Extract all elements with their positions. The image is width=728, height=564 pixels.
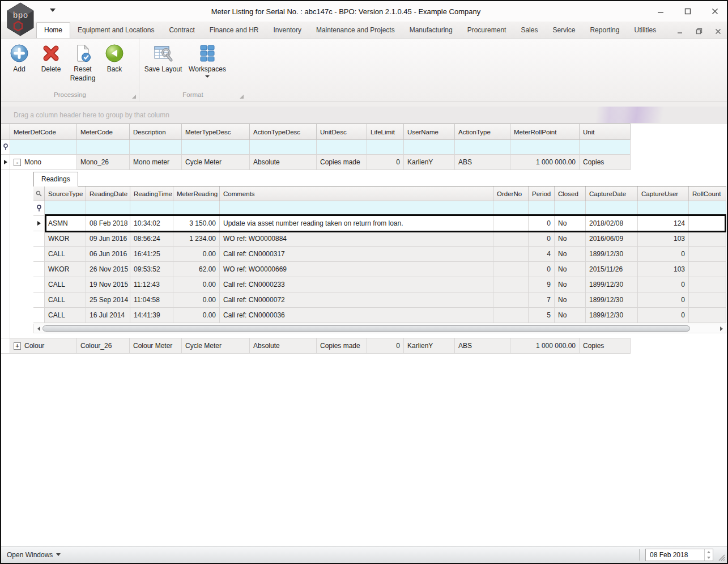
cell-actiontypedesc[interactable]: Absolute bbox=[250, 155, 317, 170]
cell-captureuser[interactable]: 0 bbox=[638, 247, 689, 262]
cell-period[interactable]: 0 bbox=[529, 231, 555, 247]
cell-readingtime[interactable]: 11:12:43 bbox=[130, 277, 173, 292]
spin-up-icon[interactable] bbox=[705, 549, 713, 555]
scroll-right-icon[interactable] bbox=[718, 326, 724, 332]
reset-reading-button[interactable]: Reset Reading bbox=[67, 43, 99, 84]
readings-row[interactable]: WKOR 26 Nov 2015 09:53:52 62.00 WO ref: … bbox=[33, 262, 726, 277]
filter-cell-meterdefcode[interactable] bbox=[10, 140, 77, 155]
ribbon-tab-equipment-and-locations[interactable]: Equipment and Locations bbox=[70, 23, 161, 38]
scrollbar-track[interactable] bbox=[41, 325, 718, 332]
readings-row[interactable]: WKOR 09 Jun 2016 08:56:24 1 234.00 WO re… bbox=[33, 231, 726, 247]
cell-comments[interactable]: WO ref: WO0000669 bbox=[220, 262, 493, 277]
cell-readingtime[interactable]: 16:41:25 bbox=[130, 247, 173, 262]
cell-sourcetype[interactable]: CALL bbox=[45, 277, 86, 292]
cell-comments[interactable]: Call ref: CN0000072 bbox=[220, 292, 493, 308]
cell-capturedate[interactable]: 1899/12/30 bbox=[586, 277, 638, 292]
cell-readingdate[interactable]: 08 Feb 2018 bbox=[86, 216, 130, 231]
cell-captureuser[interactable]: 103 bbox=[638, 231, 689, 247]
ribbon-tab-reporting[interactable]: Reporting bbox=[582, 23, 627, 38]
cell-rollcount[interactable] bbox=[689, 231, 726, 247]
filter-cell[interactable] bbox=[220, 201, 493, 216]
cell-closed[interactable]: No bbox=[555, 247, 586, 262]
column-header-meterreading[interactable]: MeterReading bbox=[173, 186, 220, 201]
cell-readingtime[interactable]: 09:53:52 bbox=[130, 262, 173, 277]
cell-period[interactable]: 0 bbox=[529, 216, 555, 231]
cell-captureuser[interactable]: 0 bbox=[638, 277, 689, 292]
column-header-orderno[interactable]: OrderNo bbox=[493, 186, 529, 201]
cell-closed[interactable]: No bbox=[555, 292, 586, 308]
cell-closed[interactable]: No bbox=[555, 216, 586, 231]
column-header-username[interactable]: UserName bbox=[404, 124, 455, 140]
cell-rollcount[interactable] bbox=[689, 262, 726, 277]
cell-meterreading[interactable]: 3 150.00 bbox=[173, 216, 220, 231]
cell-capturedate[interactable]: 2015/11/26 bbox=[586, 262, 638, 277]
filter-cell-actiontypedesc[interactable] bbox=[250, 140, 317, 155]
ribbon-tab-maintenance-and-projects[interactable]: Maintenance and Projects bbox=[309, 23, 402, 38]
filter-cell-lifelimit[interactable] bbox=[367, 140, 404, 155]
open-windows-button[interactable]: Open Windows bbox=[7, 551, 61, 559]
cell-username[interactable]: KarlienY bbox=[404, 338, 455, 354]
column-header-period[interactable]: Period bbox=[529, 186, 555, 201]
quick-access-dropdown-icon[interactable] bbox=[50, 9, 56, 12]
cell-meterdefcode[interactable]: + Colour bbox=[10, 338, 77, 354]
cell-metertypedesc[interactable]: Cycle Meter bbox=[182, 155, 250, 170]
cell-rollcount[interactable] bbox=[689, 247, 726, 262]
cell-orderno[interactable] bbox=[493, 277, 529, 292]
cell-metercode[interactable]: Colour_26 bbox=[77, 338, 130, 354]
cell-rollcount[interactable] bbox=[689, 308, 726, 323]
filter-cell[interactable] bbox=[86, 201, 130, 216]
readings-detail-tab[interactable]: Readings bbox=[33, 172, 78, 186]
close-button[interactable] bbox=[711, 7, 719, 15]
cell-sourcetype[interactable]: WKOR bbox=[45, 231, 86, 247]
filter-cell[interactable] bbox=[638, 201, 689, 216]
cell-orderno[interactable] bbox=[493, 292, 529, 308]
cell-captureuser[interactable]: 0 bbox=[638, 308, 689, 323]
cell-sourcetype[interactable]: WKOR bbox=[45, 262, 86, 277]
filter-cell[interactable] bbox=[45, 201, 86, 216]
cell-orderno[interactable] bbox=[493, 308, 529, 323]
cell-meterrollpoint[interactable]: 1 000 000.00 bbox=[510, 155, 580, 170]
save-layout-button[interactable]: Save Layout bbox=[142, 43, 185, 75]
column-header-captureuser[interactable]: CaptureUser bbox=[638, 186, 689, 201]
cell-readingtime[interactable]: 14:41:39 bbox=[130, 308, 173, 323]
readings-row[interactable]: CALL 16 Jul 2014 14:41:39 0.00 Call ref:… bbox=[33, 308, 726, 323]
maximize-button[interactable] bbox=[684, 7, 692, 15]
cell-period[interactable]: 9 bbox=[529, 277, 555, 292]
cell-meterreading[interactable]: 0.00 bbox=[173, 308, 220, 323]
cell-sourcetype[interactable]: CALL bbox=[45, 247, 86, 262]
cell-actiontype[interactable]: ABS bbox=[455, 155, 510, 170]
filter-cell-username[interactable] bbox=[404, 140, 455, 155]
cell-closed[interactable]: No bbox=[555, 277, 586, 292]
cell-captureuser[interactable]: 124 bbox=[638, 216, 689, 231]
date-input[interactable] bbox=[646, 549, 704, 561]
filter-cell-metertypedesc[interactable] bbox=[182, 140, 250, 155]
cell-meterreading[interactable]: 62.00 bbox=[173, 262, 220, 277]
cell-capturedate[interactable]: 1899/12/30 bbox=[586, 292, 638, 308]
cell-readingdate[interactable]: 19 Nov 2015 bbox=[86, 277, 130, 292]
group-by-panel[interactable]: Drag a column header here to group by th… bbox=[1, 107, 727, 124]
cell-meterreading[interactable]: 0.00 bbox=[173, 292, 220, 308]
workspaces-button[interactable]: Workspaces bbox=[185, 43, 230, 79]
column-header-rollcount[interactable]: RollCount bbox=[689, 186, 726, 201]
cell-readingdate[interactable]: 06 Jun 2016 bbox=[86, 247, 130, 262]
filter-cell-metercode[interactable] bbox=[77, 140, 130, 155]
cell-sourcetype[interactable]: CALL bbox=[45, 292, 86, 308]
cell-closed[interactable]: No bbox=[555, 308, 586, 323]
spin-down-icon[interactable] bbox=[705, 555, 713, 561]
column-header-comments[interactable]: Comments bbox=[220, 186, 493, 201]
cell-readingtime[interactable]: 08:56:24 bbox=[130, 231, 173, 247]
cell-username[interactable]: KarlienY bbox=[404, 155, 455, 170]
column-header-description[interactable]: Description bbox=[130, 124, 182, 140]
resize-grip-icon[interactable] bbox=[718, 554, 725, 561]
cell-rollcount[interactable] bbox=[689, 277, 726, 292]
cell-description[interactable]: Mono meter bbox=[130, 155, 182, 170]
mdi-minimize-icon[interactable] bbox=[677, 28, 683, 35]
column-header-metertypedesc[interactable]: MeterTypeDesc bbox=[182, 124, 250, 140]
cell-meterdefcode[interactable]: - Mono bbox=[10, 155, 77, 170]
main-grid-row-mono[interactable]: - Mono Mono_26 Mono meter Cycle Meter Ab… bbox=[1, 155, 631, 170]
filter-cell[interactable] bbox=[689, 201, 726, 216]
filter-cell[interactable] bbox=[529, 201, 555, 216]
cell-period[interactable]: 5 bbox=[529, 308, 555, 323]
horizontal-scrollbar[interactable] bbox=[33, 324, 726, 333]
cell-unitdesc[interactable]: Copies made bbox=[317, 338, 367, 354]
